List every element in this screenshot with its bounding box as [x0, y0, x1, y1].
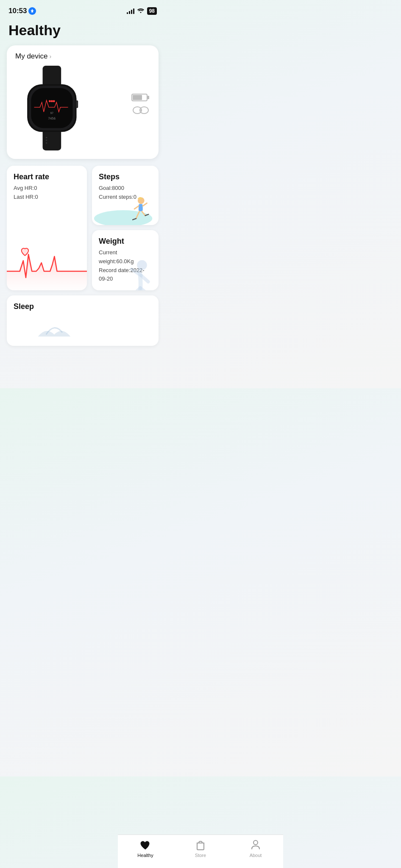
svg-rect-3 — [46, 137, 47, 138]
svg-rect-1 — [43, 66, 61, 87]
heartbeat-chart — [7, 244, 87, 290]
device-link-label: My device — [15, 52, 48, 61]
status-bar: 10:53 98 — [0, 0, 165, 19]
walking-figure — [96, 256, 159, 290]
last-hr-stat: Last HR:0 — [14, 193, 80, 202]
my-device-link[interactable]: My device › — [15, 52, 150, 61]
wifi-icon — [137, 7, 145, 15]
svg-rect-8 — [31, 88, 72, 128]
svg-text:●●●: ●●● — [49, 99, 55, 103]
steps-card[interactable]: Steps Goal:8000 Current steps:0 — [92, 166, 159, 225]
sleep-chart-area — [14, 314, 152, 339]
svg-text:7456: 7456 — [48, 117, 56, 120]
heart-rate-card[interactable]: Heart rate Avg HR:0 Last HR:0 — [7, 166, 87, 290]
svg-point-19 — [94, 210, 152, 225]
location-icon — [28, 7, 36, 15]
svg-rect-14 — [133, 95, 142, 100]
heart-rate-title: Heart rate — [14, 172, 80, 181]
svg-rect-4 — [46, 140, 47, 141]
svg-text:97: 97 — [50, 111, 54, 114]
weight-title: Weight — [99, 237, 152, 246]
weight-card[interactable]: Weight Current weight:60.0Kg Record date… — [92, 230, 159, 290]
battery-indicator: 98 — [147, 7, 157, 15]
signal-icon — [127, 8, 134, 14]
sleep-title: Sleep — [14, 302, 152, 311]
avg-hr-stat: Avg HR:0 — [14, 184, 80, 193]
chevron-right-icon: › — [50, 53, 52, 60]
battery-level: 98 — [149, 8, 155, 14]
running-figure — [92, 191, 159, 225]
svg-line-26 — [134, 206, 139, 209]
device-card[interactable]: My device › — [7, 45, 159, 159]
sleep-card[interactable]: Sleep — [7, 295, 159, 346]
svg-rect-5 — [46, 142, 47, 144]
battery-status-icon — [131, 93, 150, 102]
connection-icon — [132, 106, 149, 115]
svg-rect-21 — [139, 204, 143, 211]
right-column: Steps Goal:8000 Current steps:0 — [92, 166, 159, 290]
svg-rect-2 — [43, 129, 61, 150]
status-time: 10:53 — [8, 7, 36, 15]
svg-line-27 — [143, 203, 147, 206]
svg-rect-15 — [148, 96, 149, 99]
watch-image: ●●● 97 7456 — [15, 66, 92, 150]
status-icons: 98 — [127, 7, 157, 15]
page-title: Healthy — [0, 19, 165, 45]
time-display: 10:53 — [8, 7, 27, 15]
device-body: ●●● 97 7456 — [15, 66, 150, 150]
main-content: My device › — [0, 45, 165, 388]
svg-line-32 — [140, 288, 147, 291]
svg-rect-12 — [76, 100, 78, 108]
steps-title: Steps — [99, 172, 152, 181]
cards-row: Heart rate Avg HR:0 Last HR:0 — [7, 166, 159, 290]
device-status — [131, 93, 150, 115]
